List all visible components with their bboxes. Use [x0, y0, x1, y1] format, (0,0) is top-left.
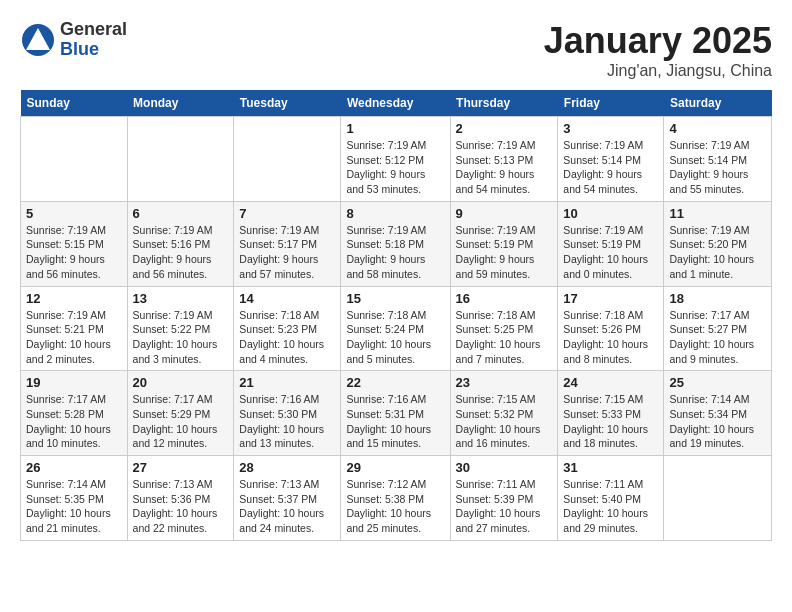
- location: Jing'an, Jiangsu, China: [544, 62, 772, 80]
- day-number: 5: [26, 206, 122, 221]
- day-cell: 2Sunrise: 7:19 AMSunset: 5:13 PMDaylight…: [450, 117, 558, 202]
- day-info: Sunrise: 7:19 AMSunset: 5:17 PMDaylight:…: [239, 223, 335, 282]
- calendar-header: Sunday Monday Tuesday Wednesday Thursday…: [21, 90, 772, 117]
- day-cell: [127, 117, 234, 202]
- day-cell: 9Sunrise: 7:19 AMSunset: 5:19 PMDaylight…: [450, 201, 558, 286]
- logo: General Blue: [20, 20, 127, 60]
- day-cell: 17Sunrise: 7:18 AMSunset: 5:26 PMDayligh…: [558, 286, 664, 371]
- day-number: 27: [133, 460, 229, 475]
- day-cell: 21Sunrise: 7:16 AMSunset: 5:30 PMDayligh…: [234, 371, 341, 456]
- logo-general: General: [60, 20, 127, 40]
- day-info: Sunrise: 7:19 AMSunset: 5:12 PMDaylight:…: [346, 138, 444, 197]
- col-sunday: Sunday: [21, 90, 128, 117]
- day-info: Sunrise: 7:11 AMSunset: 5:40 PMDaylight:…: [563, 477, 658, 536]
- day-number: 18: [669, 291, 766, 306]
- col-wednesday: Wednesday: [341, 90, 450, 117]
- day-info: Sunrise: 7:19 AMSunset: 5:14 PMDaylight:…: [669, 138, 766, 197]
- day-info: Sunrise: 7:19 AMSunset: 5:15 PMDaylight:…: [26, 223, 122, 282]
- page-header: General Blue January 2025 Jing'an, Jiang…: [20, 20, 772, 80]
- day-number: 19: [26, 375, 122, 390]
- day-cell: 13Sunrise: 7:19 AMSunset: 5:22 PMDayligh…: [127, 286, 234, 371]
- day-cell: 27Sunrise: 7:13 AMSunset: 5:36 PMDayligh…: [127, 456, 234, 541]
- day-info: Sunrise: 7:17 AMSunset: 5:28 PMDaylight:…: [26, 392, 122, 451]
- day-info: Sunrise: 7:12 AMSunset: 5:38 PMDaylight:…: [346, 477, 444, 536]
- day-cell: 25Sunrise: 7:14 AMSunset: 5:34 PMDayligh…: [664, 371, 772, 456]
- day-info: Sunrise: 7:16 AMSunset: 5:31 PMDaylight:…: [346, 392, 444, 451]
- day-number: 10: [563, 206, 658, 221]
- day-number: 8: [346, 206, 444, 221]
- day-number: 13: [133, 291, 229, 306]
- day-info: Sunrise: 7:19 AMSunset: 5:19 PMDaylight:…: [563, 223, 658, 282]
- day-cell: 22Sunrise: 7:16 AMSunset: 5:31 PMDayligh…: [341, 371, 450, 456]
- day-info: Sunrise: 7:19 AMSunset: 5:18 PMDaylight:…: [346, 223, 444, 282]
- day-cell: 23Sunrise: 7:15 AMSunset: 5:32 PMDayligh…: [450, 371, 558, 456]
- logo-text: General Blue: [60, 20, 127, 60]
- day-cell: [664, 456, 772, 541]
- col-friday: Friday: [558, 90, 664, 117]
- day-info: Sunrise: 7:16 AMSunset: 5:30 PMDaylight:…: [239, 392, 335, 451]
- day-cell: 7Sunrise: 7:19 AMSunset: 5:17 PMDaylight…: [234, 201, 341, 286]
- day-number: 21: [239, 375, 335, 390]
- week-row-2: 12Sunrise: 7:19 AMSunset: 5:21 PMDayligh…: [21, 286, 772, 371]
- day-info: Sunrise: 7:18 AMSunset: 5:26 PMDaylight:…: [563, 308, 658, 367]
- day-info: Sunrise: 7:18 AMSunset: 5:24 PMDaylight:…: [346, 308, 444, 367]
- day-number: 2: [456, 121, 553, 136]
- day-cell: 8Sunrise: 7:19 AMSunset: 5:18 PMDaylight…: [341, 201, 450, 286]
- logo-blue: Blue: [60, 40, 127, 60]
- day-info: Sunrise: 7:17 AMSunset: 5:29 PMDaylight:…: [133, 392, 229, 451]
- day-cell: 10Sunrise: 7:19 AMSunset: 5:19 PMDayligh…: [558, 201, 664, 286]
- day-info: Sunrise: 7:19 AMSunset: 5:13 PMDaylight:…: [456, 138, 553, 197]
- day-number: 14: [239, 291, 335, 306]
- day-number: 26: [26, 460, 122, 475]
- calendar-body: 1Sunrise: 7:19 AMSunset: 5:12 PMDaylight…: [21, 117, 772, 541]
- day-cell: 5Sunrise: 7:19 AMSunset: 5:15 PMDaylight…: [21, 201, 128, 286]
- day-number: 30: [456, 460, 553, 475]
- day-number: 25: [669, 375, 766, 390]
- day-number: 23: [456, 375, 553, 390]
- day-info: Sunrise: 7:14 AMSunset: 5:35 PMDaylight:…: [26, 477, 122, 536]
- calendar: Sunday Monday Tuesday Wednesday Thursday…: [20, 90, 772, 541]
- day-info: Sunrise: 7:15 AMSunset: 5:32 PMDaylight:…: [456, 392, 553, 451]
- col-thursday: Thursday: [450, 90, 558, 117]
- day-cell: 1Sunrise: 7:19 AMSunset: 5:12 PMDaylight…: [341, 117, 450, 202]
- day-cell: 12Sunrise: 7:19 AMSunset: 5:21 PMDayligh…: [21, 286, 128, 371]
- day-number: 3: [563, 121, 658, 136]
- day-number: 15: [346, 291, 444, 306]
- day-info: Sunrise: 7:19 AMSunset: 5:16 PMDaylight:…: [133, 223, 229, 282]
- col-tuesday: Tuesday: [234, 90, 341, 117]
- day-cell: [21, 117, 128, 202]
- day-number: 24: [563, 375, 658, 390]
- day-info: Sunrise: 7:14 AMSunset: 5:34 PMDaylight:…: [669, 392, 766, 451]
- day-cell: 3Sunrise: 7:19 AMSunset: 5:14 PMDaylight…: [558, 117, 664, 202]
- day-cell: 14Sunrise: 7:18 AMSunset: 5:23 PMDayligh…: [234, 286, 341, 371]
- day-info: Sunrise: 7:19 AMSunset: 5:14 PMDaylight:…: [563, 138, 658, 197]
- day-cell: 18Sunrise: 7:17 AMSunset: 5:27 PMDayligh…: [664, 286, 772, 371]
- day-number: 29: [346, 460, 444, 475]
- logo-icon: [20, 22, 56, 58]
- day-number: 4: [669, 121, 766, 136]
- day-cell: 19Sunrise: 7:17 AMSunset: 5:28 PMDayligh…: [21, 371, 128, 456]
- day-number: 31: [563, 460, 658, 475]
- day-info: Sunrise: 7:19 AMSunset: 5:21 PMDaylight:…: [26, 308, 122, 367]
- day-number: 28: [239, 460, 335, 475]
- title-block: January 2025 Jing'an, Jiangsu, China: [544, 20, 772, 80]
- day-cell: 6Sunrise: 7:19 AMSunset: 5:16 PMDaylight…: [127, 201, 234, 286]
- day-info: Sunrise: 7:19 AMSunset: 5:20 PMDaylight:…: [669, 223, 766, 282]
- day-info: Sunrise: 7:15 AMSunset: 5:33 PMDaylight:…: [563, 392, 658, 451]
- month-title: January 2025: [544, 20, 772, 62]
- week-row-4: 26Sunrise: 7:14 AMSunset: 5:35 PMDayligh…: [21, 456, 772, 541]
- day-info: Sunrise: 7:19 AMSunset: 5:22 PMDaylight:…: [133, 308, 229, 367]
- day-cell: 29Sunrise: 7:12 AMSunset: 5:38 PMDayligh…: [341, 456, 450, 541]
- day-cell: 15Sunrise: 7:18 AMSunset: 5:24 PMDayligh…: [341, 286, 450, 371]
- day-info: Sunrise: 7:18 AMSunset: 5:23 PMDaylight:…: [239, 308, 335, 367]
- day-number: 1: [346, 121, 444, 136]
- week-row-0: 1Sunrise: 7:19 AMSunset: 5:12 PMDaylight…: [21, 117, 772, 202]
- day-cell: 20Sunrise: 7:17 AMSunset: 5:29 PMDayligh…: [127, 371, 234, 456]
- col-monday: Monday: [127, 90, 234, 117]
- day-cell: 4Sunrise: 7:19 AMSunset: 5:14 PMDaylight…: [664, 117, 772, 202]
- day-number: 11: [669, 206, 766, 221]
- day-cell: 11Sunrise: 7:19 AMSunset: 5:20 PMDayligh…: [664, 201, 772, 286]
- day-number: 7: [239, 206, 335, 221]
- day-number: 9: [456, 206, 553, 221]
- day-info: Sunrise: 7:19 AMSunset: 5:19 PMDaylight:…: [456, 223, 553, 282]
